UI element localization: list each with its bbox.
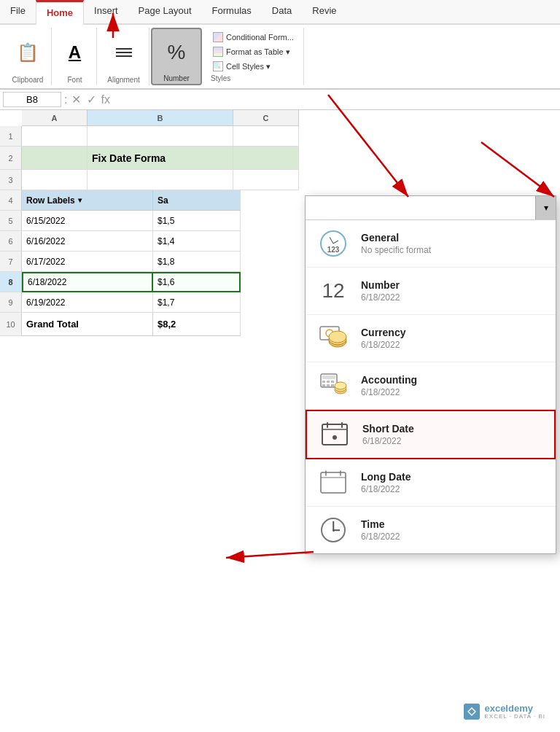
- svg-rect-21: [321, 472, 346, 493]
- svg-rect-12: [331, 384, 334, 386]
- svg-rect-16: [322, 424, 347, 445]
- font-group: A Font: [53, 28, 97, 85]
- ribbon: File Home Insert Page Layout Formulas Da…: [0, 0, 560, 90]
- format-table-icon: [213, 47, 223, 57]
- accounting-icon: [316, 370, 351, 402]
- row-header-10: 10: [0, 313, 22, 336]
- row-header-5: 5: [0, 211, 22, 231]
- alignment-button[interactable]: [113, 45, 135, 60]
- format-long-date-name: Long Date: [361, 471, 411, 483]
- format-item-long-date[interactable]: Long Date 6/18/2022: [306, 459, 556, 507]
- cell-b7[interactable]: $1,8: [153, 252, 241, 272]
- tab-insert[interactable]: Insert: [84, 0, 128, 23]
- general-icon: 123: [316, 227, 351, 260]
- format-currency-name: Currency: [361, 327, 405, 338]
- watermark-logo: [464, 704, 480, 720]
- format-accounting-info: Accounting 6/18/2022: [361, 374, 417, 397]
- format-table-label: Format as Table ▾: [226, 47, 290, 57]
- format-number-name: Number: [361, 279, 400, 291]
- cell-a6[interactable]: 6/16/2022: [22, 231, 153, 252]
- confirm-formula-icon[interactable]: ✓: [85, 93, 98, 106]
- cell-a2[interactable]: [22, 147, 88, 170]
- format-general-example: No specific format: [361, 245, 431, 255]
- svg-point-20: [332, 435, 337, 440]
- cell-a7[interactable]: 6/17/2022: [22, 252, 153, 272]
- format-item-time[interactable]: Time 6/18/2022: [306, 507, 556, 553]
- row-header-3: 3: [0, 170, 22, 190]
- short-date-icon: [317, 418, 352, 451]
- cell-a8-selected[interactable]: 6/18/2022: [22, 272, 153, 292]
- col-header-b: B: [88, 110, 233, 126]
- cell-c3[interactable]: [233, 170, 299, 190]
- cell-a3[interactable]: [22, 170, 88, 190]
- font-button[interactable]: A: [66, 39, 84, 66]
- formula-input[interactable]: [113, 93, 557, 106]
- styles-group: Conditional Form... Format as Table ▾ Ce…: [203, 28, 304, 85]
- alignment-content: [113, 29, 135, 76]
- cell-a10-grand-total[interactable]: Grand Total: [22, 313, 153, 336]
- cell-c1[interactable]: [233, 126, 299, 147]
- number-button[interactable]: %: [165, 39, 189, 66]
- format-item-general[interactable]: 123 General No specific format: [306, 220, 556, 268]
- row-header-6: 6: [0, 231, 22, 252]
- cell-b1[interactable]: [88, 126, 233, 147]
- cell-a9[interactable]: 6/19/2022: [22, 292, 153, 313]
- col-header-row: A B C: [22, 110, 560, 126]
- format-short-date-name: Short Date: [362, 423, 414, 435]
- format-currency-example: 6/18/2022: [361, 340, 405, 350]
- cell-reference-input[interactable]: B8: [3, 92, 61, 107]
- cell-b5[interactable]: $1,5: [153, 211, 241, 231]
- cell-b3[interactable]: [88, 170, 233, 190]
- conditional-format-btn[interactable]: Conditional Form...: [211, 31, 296, 44]
- row-header-2: 2: [0, 147, 22, 170]
- format-time-example: 6/18/2022: [361, 532, 400, 542]
- format-time-info: Time 6/18/2022: [361, 518, 400, 542]
- watermark-brand: exceldemy: [484, 704, 545, 714]
- row-header-9: 9: [0, 292, 22, 313]
- svg-rect-11: [327, 384, 330, 386]
- tab-home[interactable]: Home: [36, 0, 84, 23]
- formula-bar: B8 : ✕ ✓ fx: [0, 90, 560, 110]
- clipboard-button[interactable]: 📋: [14, 39, 42, 66]
- svg-rect-10: [322, 384, 325, 386]
- cell-b4-header[interactable]: Sa: [153, 190, 241, 211]
- row-header-1: 1: [0, 126, 22, 147]
- format-item-short-date[interactable]: Short Date 6/18/2022: [306, 410, 556, 459]
- tab-review[interactable]: Revie: [302, 0, 346, 23]
- dropdown-search-input[interactable]: [306, 198, 535, 218]
- cancel-formula-icon[interactable]: ✕: [70, 93, 82, 106]
- table-row: 3: [0, 170, 560, 190]
- svg-point-4: [329, 331, 346, 343]
- cell-c2[interactable]: [233, 147, 299, 170]
- watermark-text: exceldemy EXCEL · DATA · BI: [484, 704, 545, 720]
- col-header-c: C: [233, 110, 299, 126]
- cell-b8-selected[interactable]: $1,6: [153, 272, 241, 292]
- format-item-currency[interactable]: Currency 6/18/2022: [306, 315, 556, 362]
- format-number-info: Number 6/18/2022: [361, 279, 400, 303]
- format-item-number[interactable]: 12 Number 6/18/2022: [306, 268, 556, 315]
- cell-styles-btn[interactable]: Cell Styles ▾: [211, 60, 296, 73]
- tab-file[interactable]: File: [0, 0, 36, 23]
- cell-b10-grand-total[interactable]: $8,2: [153, 313, 241, 336]
- cell-a5[interactable]: 6/15/2022: [22, 211, 153, 231]
- ribbon-tabs: File Home Insert Page Layout Formulas Da…: [0, 0, 560, 25]
- cell-b9[interactable]: $1,7: [153, 292, 241, 313]
- cell-a4-header[interactable]: Row Labels ▾: [22, 190, 153, 211]
- dropdown-arrow-btn[interactable]: ▾: [535, 196, 556, 219]
- cell-a1[interactable]: [22, 126, 88, 147]
- tab-page-layout[interactable]: Page Layout: [128, 0, 202, 23]
- conditional-format-icon: [213, 32, 223, 42]
- table-row: 2 Fix Date Forma: [0, 147, 560, 170]
- tab-formulas[interactable]: Formulas: [202, 0, 262, 23]
- alignment-group: Alignment: [98, 28, 149, 85]
- cell-b6[interactable]: $1,4: [153, 231, 241, 252]
- cell-b2-title[interactable]: Fix Date Forma: [88, 147, 233, 170]
- number-group: % Number: [151, 28, 202, 85]
- watermark: exceldemy EXCEL · DATA · BI: [464, 704, 545, 720]
- format-table-btn[interactable]: Format as Table ▾: [211, 45, 296, 58]
- tab-data[interactable]: Data: [262, 0, 302, 23]
- format-item-accounting[interactable]: Accounting 6/18/2022: [306, 362, 556, 410]
- format-number-example: 6/18/2022: [361, 292, 400, 303]
- number-icon: 12: [316, 275, 351, 307]
- font-icon: A: [69, 42, 81, 62]
